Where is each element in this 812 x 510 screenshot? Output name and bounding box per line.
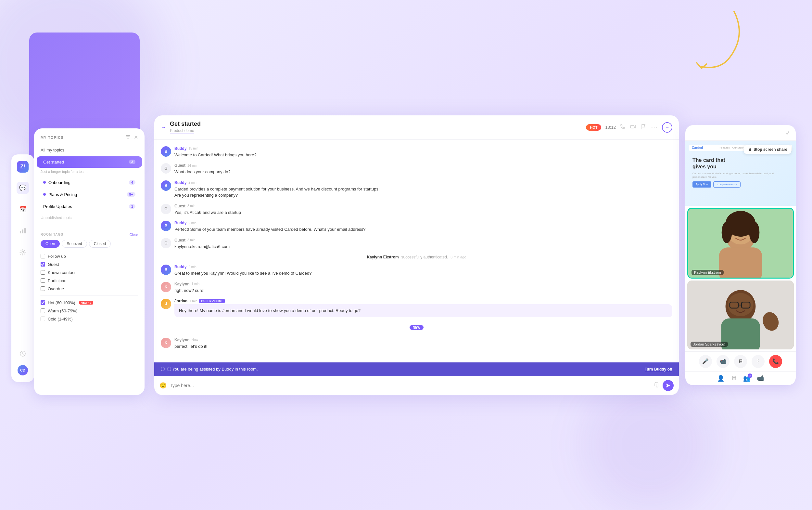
attach-icon[interactable] [654, 382, 659, 389]
sidebar-filter-icon[interactable] [125, 134, 130, 141]
more-options-icon[interactable]: ⋯ [651, 123, 657, 131]
tag-warm[interactable]: Warm (50-79%) [40, 307, 138, 315]
end-call-button[interactable]: 📞 [769, 355, 782, 368]
more-call-options-button[interactable]: ⋮ [752, 355, 764, 368]
tag-checkboxes: Follow up Guest Known contact Participan… [34, 251, 145, 324]
participants-icon[interactable]: 👤 [717, 375, 724, 382]
chat-subtitle: Product demo [170, 129, 194, 134]
tag-known-contact[interactable]: Known contact [40, 268, 138, 277]
icon-navigation: Z! 💬 📅 CD [11, 154, 34, 382]
video-call-icon[interactable] [630, 124, 636, 131]
expand-icon[interactable]: ⤢ [786, 130, 790, 136]
video-controls: 🎤 📹 🖥 ⋮ 📞 [685, 351, 796, 371]
kaylynn-video-label: Kaylynn Ekstrom [692, 270, 724, 275]
tag-status-buttons: Open Snoozed Closed [34, 238, 145, 251]
send-button[interactable] [663, 380, 674, 391]
chat-header: → Get started Product demo HOT 13:12 [154, 115, 679, 140]
toggle-camera-button[interactable]: 📹 [717, 355, 729, 368]
website-preview: Carded Features Our Story Solutions Plan… [685, 141, 796, 206]
nav-calendar-icon[interactable]: 📅 [17, 203, 29, 216]
apply-now-button[interactable]: Apply Now [692, 181, 711, 188]
right-panel-header: ⤢ [685, 125, 796, 141]
msg-sender-2: Guest [174, 163, 185, 168]
screen-share-icon: 🖥 [748, 147, 752, 152]
nav-history-icon[interactable] [17, 347, 29, 360]
clear-tags-button[interactable]: Clear [129, 233, 138, 237]
screenshare-bottom-icon[interactable]: 🖥 [731, 375, 736, 381]
turn-buddy-off-button[interactable]: Turn Buddy off [645, 367, 672, 371]
topic-item-get-started[interactable]: Get started 3 [37, 157, 142, 168]
msg-content-4: Guest 3 min Yes, it's Atica6 and we are … [174, 204, 672, 216]
msg-content-9: Jordan 1 min BUDDY ASSIST Hey there! My … [174, 299, 672, 317]
flag-icon[interactable] [640, 124, 646, 131]
app-logo[interactable]: Z! [17, 161, 29, 173]
msg-content-5: Buddy 2 min Perfect! Some of your team m… [174, 221, 672, 233]
hot-label: Hot (80-100%) [48, 300, 76, 305]
warm-checkbox[interactable] [40, 309, 45, 313]
msg-content-1: Buddy 15 min Welcome to Carded! What bri… [174, 146, 672, 158]
tag-guest[interactable]: Guest [40, 260, 138, 268]
message-kaylynn-1: K Kaylynn 1 min right now? sure! [161, 282, 672, 294]
svg-rect-5 [126, 135, 130, 136]
share-screen-button[interactable]: 🖥 [734, 355, 747, 368]
message-guest-3: G Guest 3 min kaylynn.ekstrom@atica6.com [161, 238, 672, 250]
message-buddy-1: B Buddy 15 min Welcome to Carded! What b… [161, 146, 672, 158]
hot-checkbox[interactable] [40, 300, 45, 305]
follow-up-label: Follow up [48, 254, 66, 259]
right-panel: ⤢ Carded Features Our Story Solutions Pl… [685, 125, 796, 385]
topic-item-profile-updates[interactable]: Profile Updates 1 [37, 201, 142, 212]
known-contact-label: Known contact [48, 270, 76, 275]
tag-participant[interactable]: Participant [40, 277, 138, 285]
website-logo: Carded [692, 146, 703, 149]
msg-time-6: 3 min [187, 238, 195, 242]
video-jordan: Jordan Sparks (you) [687, 281, 794, 349]
guest-checkbox[interactable] [40, 262, 45, 266]
buddy-assist-text: ⓘ ⓘ You are being assisted by Buddy in t… [161, 366, 258, 372]
mute-mic-button[interactable]: 🎤 [699, 355, 712, 368]
compare-plans-button[interactable]: Compare Plans + [713, 181, 741, 188]
stop-screen-share-pill[interactable]: 🖥 Stop screen share [744, 145, 791, 154]
video-section: Kaylynn Ekstrom [685, 206, 796, 351]
msg-text-6: kaylynn.ekstrom@atica6.com [174, 244, 672, 250]
website-hero-buttons: Apply Now Compare Plans + [692, 181, 789, 188]
chat-back-icon[interactable]: → [161, 124, 166, 130]
user-avatar[interactable]: CD [18, 365, 28, 375]
tag-follow-up[interactable]: Follow up [40, 252, 138, 260]
all-topics-link[interactable]: All my topics [34, 144, 145, 156]
phone-icon[interactable] [620, 124, 626, 131]
tag-open-button[interactable]: Open [40, 240, 60, 248]
follow-up-checkbox[interactable] [40, 254, 45, 258]
room-tags-title: ROOM TAGS [40, 233, 63, 236]
tag-closed-button[interactable]: Closed [89, 240, 111, 248]
tag-overdue[interactable]: Overdue [40, 285, 138, 293]
cold-checkbox[interactable] [40, 317, 45, 321]
nav-chat-icon[interactable]: 💬 [17, 182, 29, 194]
sidebar-close-icon[interactable]: ✕ [134, 134, 138, 141]
topic-item-onboarding[interactable]: Onboarding 4 [37, 177, 142, 188]
tag-cold[interactable]: Cold (1-49%) [40, 315, 138, 323]
msg-content-8: Kaylynn 1 min right now? sure! [174, 282, 672, 294]
participant-checkbox[interactable] [40, 278, 45, 283]
buddy-avatar-1: B [161, 146, 171, 157]
msg-text-3: Carded provides a complete payment solut… [174, 186, 672, 199]
chat-input-row: 🙂 [154, 376, 679, 395]
msg-sender-10: Kaylynn [174, 338, 190, 342]
topic-item-plans-pricing[interactable]: Plans & Pricing 9+ [37, 189, 142, 200]
known-contact-checkbox[interactable] [40, 270, 45, 275]
nav-analytics-icon[interactable] [17, 225, 29, 237]
navigate-icon[interactable]: → [662, 122, 672, 133]
emoji-button[interactable]: 🙂 [159, 382, 167, 389]
jordan-avatar-1: J [161, 299, 171, 309]
topic-preview: Just a longer topic for a test... [34, 168, 145, 176]
video-list-icon[interactable]: 📹 [757, 375, 764, 382]
tag-snoozed-button[interactable]: Snoozed [62, 240, 87, 248]
msg-time-2: 14 min [187, 164, 197, 167]
chat-input[interactable] [170, 383, 650, 388]
kaylynn-video-feed [688, 209, 793, 278]
svg-rect-2 [24, 228, 26, 233]
overdue-checkbox[interactable] [40, 286, 45, 291]
tag-hot[interactable]: Hot (80-100%) NEW · 3 [40, 299, 138, 307]
chat-messages: B Buddy 15 min Welcome to Carded! What b… [154, 140, 679, 362]
msg-sender-4: Guest [174, 204, 185, 208]
nav-settings-icon[interactable] [17, 246, 29, 258]
